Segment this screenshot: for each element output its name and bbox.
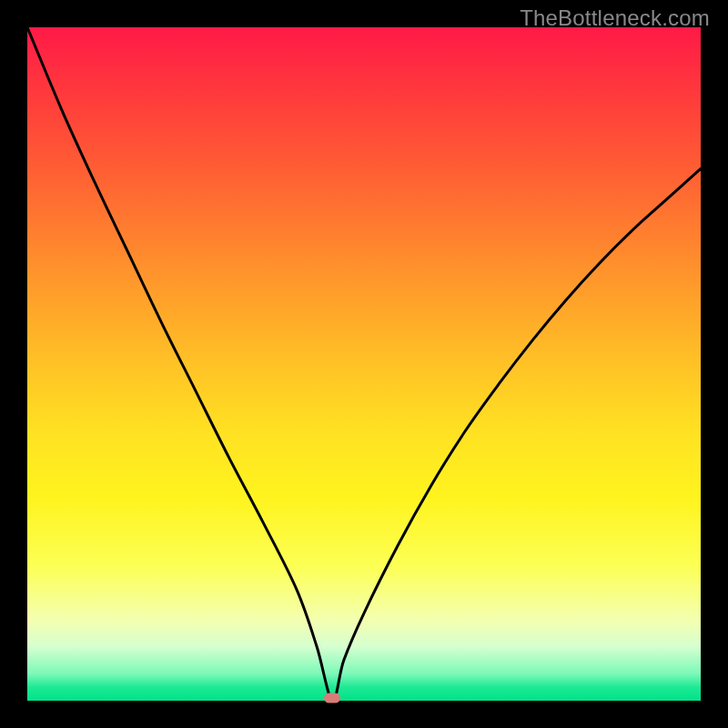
- minimum-marker: [324, 693, 340, 703]
- chart-frame: TheBottleneck.com: [0, 0, 728, 728]
- plot-area: [27, 27, 701, 701]
- bottleneck-curve: [27, 27, 701, 701]
